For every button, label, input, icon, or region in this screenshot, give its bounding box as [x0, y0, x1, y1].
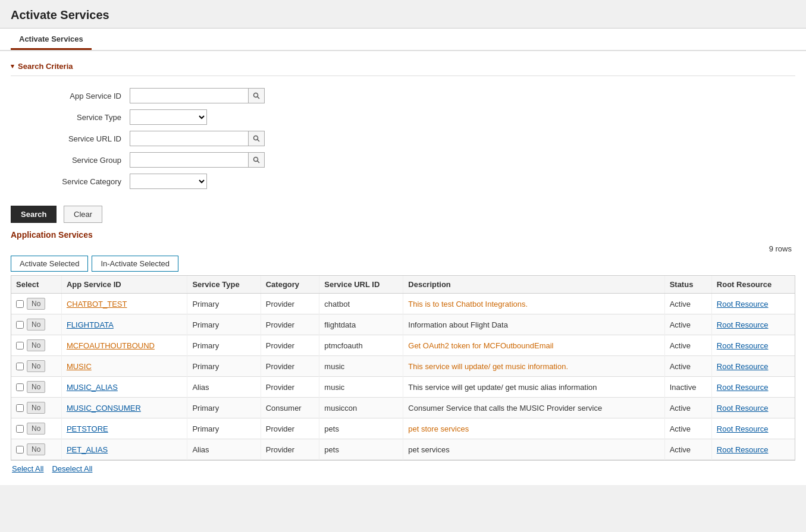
results-table-scroll[interactable]: Select App Service ID Service Type Categ… [11, 276, 795, 460]
action-bar: Activate Selected In-Activate Selected [11, 256, 795, 272]
svg-point-0 [254, 93, 258, 97]
chevron-down-icon: ▾ [11, 62, 14, 70]
category-cell: Provider [261, 439, 319, 460]
deselect-all-link[interactable]: Deselect All [52, 464, 92, 473]
col-app-service-id: App Service ID [61, 276, 187, 294]
results-table-wrap: Select App Service ID Service Type Categ… [11, 275, 795, 461]
root-resource-link-5[interactable]: Root Resource [717, 404, 769, 413]
search-button[interactable]: Search [11, 206, 57, 223]
service-category-label: Service Category [11, 177, 130, 186]
category-cell: Provider [261, 356, 319, 377]
search-criteria-label: Search Criteria [18, 62, 73, 71]
col-service-type: Service Type [187, 276, 261, 294]
table-row: No CHATBOT_TEST Primary Provider chatbot… [11, 294, 795, 314]
row-checkbox-7[interactable] [16, 446, 24, 454]
service-group-search-button[interactable] [249, 152, 265, 168]
root-resource-link-7[interactable]: Root Resource [717, 445, 769, 454]
table-row: No MUSIC Primary Provider music This ser… [11, 356, 795, 377]
root-resource-cell: Root Resource [711, 335, 795, 356]
results-table: Select App Service ID Service Type Categ… [11, 276, 795, 460]
app-service-id-link-5[interactable]: MUSIC_CONSUMER [67, 404, 141, 413]
activate-services-tab[interactable]: Activate Services [11, 29, 92, 50]
status-cell: Active [664, 356, 711, 377]
row-checkbox-1[interactable] [16, 321, 24, 329]
inactivate-selected-button[interactable]: In-Activate Selected [92, 256, 178, 272]
service-url-id-label: Service URL ID [11, 134, 130, 143]
select-cell: No [11, 418, 61, 439]
no-badge-2: No [27, 339, 45, 351]
app-service-id-link-7[interactable]: PET_ALIAS [67, 445, 108, 454]
row-checkbox-5[interactable] [16, 404, 24, 412]
status-cell: Active [664, 398, 711, 418]
select-cell: No [11, 356, 61, 377]
activate-selected-button[interactable]: Activate Selected [11, 256, 88, 272]
app-service-id-link-0[interactable]: CHATBOT_TEST [67, 300, 127, 309]
description-cell: This service will get update/ get music … [403, 377, 664, 398]
service-group-input[interactable] [130, 152, 249, 168]
svg-line-3 [258, 140, 259, 141]
service-url-id-cell: pets [319, 418, 403, 439]
service-type-cell: Primary [187, 294, 261, 314]
root-resource-cell: Root Resource [711, 418, 795, 439]
service-category-wrap: Provider Consumer [130, 174, 207, 189]
col-description: Description [403, 276, 664, 294]
service-type-select[interactable]: Primary Alias [130, 109, 207, 125]
service-url-id-row: Service URL ID [11, 131, 795, 146]
app-service-id-input[interactable] [130, 88, 249, 103]
row-checkbox-3[interactable] [16, 363, 24, 370]
table-header-row: Select App Service ID Service Type Categ… [11, 276, 795, 294]
description-cell: Get OAuth2 token for MCFOutboundEmail [403, 335, 664, 356]
row-checkbox-2[interactable] [16, 342, 24, 350]
search-criteria-toggle[interactable]: ▾ Search Criteria [11, 57, 795, 76]
app-service-id-link-2[interactable]: MCFOAUTHOUTBOUND [67, 341, 155, 350]
app-service-id-link-6[interactable]: PETSTORE [67, 424, 108, 433]
root-resource-link-0[interactable]: Root Resource [717, 300, 769, 309]
no-badge-7: No [27, 443, 45, 455]
root-resource-link-1[interactable]: Root Resource [717, 320, 769, 329]
app-service-id-search-button[interactable] [249, 88, 265, 103]
status-cell: Active [664, 314, 711, 335]
service-category-select[interactable]: Provider Consumer [130, 174, 207, 189]
no-badge-1: No [27, 319, 45, 330]
root-resource-link-6[interactable]: Root Resource [717, 424, 769, 433]
app-service-id-cell: MUSIC_CONSUMER [61, 398, 187, 418]
tab-bar: Activate Services [0, 29, 806, 51]
no-badge-0: No [27, 298, 45, 310]
rows-count: 9 rows [11, 242, 795, 256]
service-type-cell: Primary [187, 418, 261, 439]
app-service-id-link-1[interactable]: FLIGHTDATA [67, 320, 114, 329]
status-cell: Active [664, 439, 711, 460]
service-url-id-search-button[interactable] [249, 131, 265, 146]
app-service-id-link-3[interactable]: MUSIC [67, 362, 92, 371]
root-resource-cell: Root Resource [711, 377, 795, 398]
row-checkbox-0[interactable] [16, 300, 24, 308]
no-badge-3: No [27, 360, 45, 372]
search-btn-row: Search Clear [11, 206, 795, 223]
select-cell: No [11, 398, 61, 418]
service-url-id-cell: music [319, 377, 403, 398]
root-resource-link-4[interactable]: Root Resource [717, 383, 769, 392]
row-checkbox-6[interactable] [16, 425, 24, 433]
select-cell: No [11, 294, 61, 314]
bottom-links: Select All Deselect All [11, 461, 795, 474]
root-resource-link-2[interactable]: Root Resource [717, 341, 769, 350]
select-cell: No [11, 377, 61, 398]
clear-button[interactable]: Clear [64, 206, 102, 223]
app-service-id-wrap [130, 88, 265, 103]
col-service-url-id: Service URL ID [319, 276, 403, 294]
service-type-cell: Alias [187, 377, 261, 398]
service-type-label: Service Type [11, 113, 130, 122]
service-group-label: Service Group [11, 156, 130, 165]
app-service-id-link-4[interactable]: MUSIC_ALIAS [67, 383, 118, 392]
service-url-id-input[interactable] [130, 131, 249, 146]
svg-point-4 [254, 158, 258, 162]
page-title: Activate Services [11, 8, 795, 22]
root-resource-link-3[interactable]: Root Resource [717, 362, 769, 371]
service-type-cell: Primary [187, 398, 261, 418]
service-url-id-cell: pets [319, 439, 403, 460]
search-form: App Service ID Service Type Primary Alia… [11, 83, 795, 200]
row-checkbox-4[interactable] [16, 383, 24, 391]
app-service-id-cell: FLIGHTDATA [61, 314, 187, 335]
no-badge-4: No [27, 381, 45, 393]
select-all-link[interactable]: Select All [12, 464, 43, 473]
